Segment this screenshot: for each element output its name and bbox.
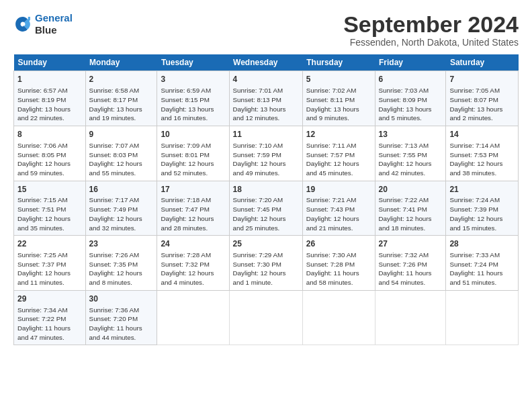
day-cell: 30Sunrise: 7:36 AM Sunset: 7:20 PM Dayli… bbox=[85, 290, 157, 345]
day-cell: 8Sunrise: 7:06 AM Sunset: 8:05 PM Daylig… bbox=[14, 126, 86, 181]
calendar-table: SundayMondayTuesdayWednesdayThursdayFrid… bbox=[13, 54, 519, 345]
day-number: 23 bbox=[89, 238, 154, 250]
day-number: 1 bbox=[17, 74, 82, 85]
week-row-2: 8Sunrise: 7:06 AM Sunset: 8:05 PM Daylig… bbox=[14, 126, 519, 181]
day-number: 30 bbox=[89, 293, 154, 305]
day-detail: Sunrise: 7:33 AM Sunset: 7:24 PM Dayligh… bbox=[449, 250, 515, 287]
day-cell: 26Sunrise: 7:30 AM Sunset: 7:28 PM Dayli… bbox=[302, 236, 375, 291]
day-cell bbox=[157, 290, 229, 345]
day-detail: Sunrise: 7:22 AM Sunset: 7:41 PM Dayligh… bbox=[379, 195, 443, 232]
day-number: 5 bbox=[306, 74, 371, 85]
day-number: 19 bbox=[306, 184, 371, 195]
day-detail: Sunrise: 7:03 AM Sunset: 8:09 PM Dayligh… bbox=[379, 86, 443, 123]
day-cell: 27Sunrise: 7:32 AM Sunset: 7:26 PM Dayli… bbox=[375, 236, 446, 291]
day-number: 8 bbox=[17, 129, 82, 140]
day-detail: Sunrise: 7:13 AM Sunset: 7:55 PM Dayligh… bbox=[379, 141, 443, 178]
day-detail: Sunrise: 7:06 AM Sunset: 8:05 PM Dayligh… bbox=[17, 141, 82, 178]
day-number: 6 bbox=[379, 74, 443, 85]
day-number: 22 bbox=[17, 238, 82, 250]
day-cell: 17Sunrise: 7:18 AM Sunset: 7:47 PM Dayli… bbox=[157, 181, 229, 236]
week-row-1: 1Sunrise: 6:57 AM Sunset: 8:19 PM Daylig… bbox=[14, 71, 519, 126]
day-detail: Sunrise: 7:15 AM Sunset: 7:51 PM Dayligh… bbox=[17, 195, 82, 232]
day-cell bbox=[375, 290, 446, 345]
logo-text: General Blue bbox=[35, 12, 73, 36]
logo: General Blue bbox=[13, 12, 73, 36]
day-cell: 11Sunrise: 7:10 AM Sunset: 7:59 PM Dayli… bbox=[229, 126, 302, 181]
day-number: 15 bbox=[17, 184, 82, 195]
day-number: 13 bbox=[379, 129, 443, 140]
day-detail: Sunrise: 7:09 AM Sunset: 8:01 PM Dayligh… bbox=[161, 141, 225, 178]
day-number: 3 bbox=[161, 74, 225, 85]
day-detail: Sunrise: 7:14 AM Sunset: 7:53 PM Dayligh… bbox=[449, 141, 515, 178]
day-number: 26 bbox=[306, 238, 371, 250]
col-header-monday: Monday bbox=[85, 54, 157, 71]
day-detail: Sunrise: 7:29 AM Sunset: 7:30 PM Dayligh… bbox=[233, 250, 299, 287]
day-cell: 23Sunrise: 7:26 AM Sunset: 7:35 PM Dayli… bbox=[85, 236, 157, 291]
day-cell: 2Sunrise: 6:58 AM Sunset: 8:17 PM Daylig… bbox=[85, 71, 157, 126]
week-row-4: 22Sunrise: 7:25 AM Sunset: 7:37 PM Dayli… bbox=[14, 236, 519, 291]
day-detail: Sunrise: 6:59 AM Sunset: 8:15 PM Dayligh… bbox=[161, 86, 225, 123]
day-cell: 14Sunrise: 7:14 AM Sunset: 7:53 PM Dayli… bbox=[446, 126, 519, 181]
day-number: 14 bbox=[449, 129, 515, 140]
day-cell: 20Sunrise: 7:22 AM Sunset: 7:41 PM Dayli… bbox=[375, 181, 446, 236]
day-cell: 29Sunrise: 7:34 AM Sunset: 7:22 PM Dayli… bbox=[14, 290, 86, 345]
day-detail: Sunrise: 7:25 AM Sunset: 7:37 PM Dayligh… bbox=[17, 250, 82, 287]
day-cell: 19Sunrise: 7:21 AM Sunset: 7:43 PM Dayli… bbox=[302, 181, 375, 236]
header-row: SundayMondayTuesdayWednesdayThursdayFrid… bbox=[14, 54, 519, 71]
logo-icon bbox=[13, 15, 32, 34]
day-detail: Sunrise: 7:28 AM Sunset: 7:32 PM Dayligh… bbox=[161, 250, 225, 287]
day-number: 21 bbox=[449, 184, 515, 195]
day-number: 11 bbox=[233, 129, 299, 140]
day-number: 27 bbox=[379, 238, 443, 250]
week-row-3: 15Sunrise: 7:15 AM Sunset: 7:51 PM Dayli… bbox=[14, 181, 519, 236]
day-number: 4 bbox=[233, 74, 299, 85]
day-cell: 4Sunrise: 7:01 AM Sunset: 8:13 PM Daylig… bbox=[229, 71, 302, 126]
day-cell: 10Sunrise: 7:09 AM Sunset: 8:01 PM Dayli… bbox=[157, 126, 229, 181]
day-cell: 16Sunrise: 7:17 AM Sunset: 7:49 PM Dayli… bbox=[85, 181, 157, 236]
day-number: 18 bbox=[233, 184, 299, 195]
day-number: 10 bbox=[161, 129, 225, 140]
day-number: 20 bbox=[379, 184, 443, 195]
day-detail: Sunrise: 7:07 AM Sunset: 8:03 PM Dayligh… bbox=[89, 141, 154, 178]
day-detail: Sunrise: 6:58 AM Sunset: 8:17 PM Dayligh… bbox=[89, 86, 154, 123]
day-detail: Sunrise: 7:18 AM Sunset: 7:47 PM Dayligh… bbox=[161, 195, 225, 232]
day-number: 12 bbox=[306, 129, 371, 140]
location: Fessenden, North Dakota, United States bbox=[343, 37, 519, 48]
col-header-saturday: Saturday bbox=[446, 54, 519, 71]
day-detail: Sunrise: 7:26 AM Sunset: 7:35 PM Dayligh… bbox=[89, 250, 154, 287]
day-cell: 24Sunrise: 7:28 AM Sunset: 7:32 PM Dayli… bbox=[157, 236, 229, 291]
day-detail: Sunrise: 7:20 AM Sunset: 7:45 PM Dayligh… bbox=[233, 195, 299, 232]
day-detail: Sunrise: 7:11 AM Sunset: 7:57 PM Dayligh… bbox=[306, 141, 371, 178]
day-detail: Sunrise: 7:21 AM Sunset: 7:43 PM Dayligh… bbox=[306, 195, 371, 232]
day-cell: 7Sunrise: 7:05 AM Sunset: 8:07 PM Daylig… bbox=[446, 71, 519, 126]
day-cell: 18Sunrise: 7:20 AM Sunset: 7:45 PM Dayli… bbox=[229, 181, 302, 236]
col-header-wednesday: Wednesday bbox=[229, 54, 302, 71]
day-detail: Sunrise: 7:02 AM Sunset: 8:11 PM Dayligh… bbox=[306, 86, 371, 123]
col-header-thursday: Thursday bbox=[302, 54, 375, 71]
day-detail: Sunrise: 7:36 AM Sunset: 7:20 PM Dayligh… bbox=[89, 306, 154, 342]
day-cell bbox=[446, 290, 519, 345]
col-header-sunday: Sunday bbox=[14, 54, 86, 71]
day-cell: 9Sunrise: 7:07 AM Sunset: 8:03 PM Daylig… bbox=[85, 126, 157, 181]
day-cell: 15Sunrise: 7:15 AM Sunset: 7:51 PM Dayli… bbox=[14, 181, 86, 236]
day-number: 28 bbox=[449, 238, 515, 250]
day-detail: Sunrise: 7:34 AM Sunset: 7:22 PM Dayligh… bbox=[17, 306, 82, 342]
day-cell: 28Sunrise: 7:33 AM Sunset: 7:24 PM Dayli… bbox=[446, 236, 519, 291]
day-cell: 1Sunrise: 6:57 AM Sunset: 8:19 PM Daylig… bbox=[14, 71, 86, 126]
day-number: 2 bbox=[89, 74, 154, 85]
col-header-tuesday: Tuesday bbox=[157, 54, 229, 71]
day-cell bbox=[229, 290, 302, 345]
day-number: 16 bbox=[89, 184, 154, 195]
day-detail: Sunrise: 7:05 AM Sunset: 8:07 PM Dayligh… bbox=[449, 86, 515, 123]
day-detail: Sunrise: 6:57 AM Sunset: 8:19 PM Dayligh… bbox=[17, 86, 82, 123]
day-cell: 13Sunrise: 7:13 AM Sunset: 7:55 PM Dayli… bbox=[375, 126, 446, 181]
day-cell: 25Sunrise: 7:29 AM Sunset: 7:30 PM Dayli… bbox=[229, 236, 302, 291]
day-detail: Sunrise: 7:01 AM Sunset: 8:13 PM Dayligh… bbox=[233, 86, 299, 123]
day-detail: Sunrise: 7:32 AM Sunset: 7:26 PM Dayligh… bbox=[379, 250, 443, 287]
day-cell: 3Sunrise: 6:59 AM Sunset: 8:15 PM Daylig… bbox=[157, 71, 229, 126]
month-title: September 2024 bbox=[343, 12, 519, 37]
day-cell: 6Sunrise: 7:03 AM Sunset: 8:09 PM Daylig… bbox=[375, 71, 446, 126]
day-number: 25 bbox=[233, 238, 299, 250]
day-number: 24 bbox=[161, 238, 225, 250]
week-row-5: 29Sunrise: 7:34 AM Sunset: 7:22 PM Dayli… bbox=[14, 290, 519, 345]
